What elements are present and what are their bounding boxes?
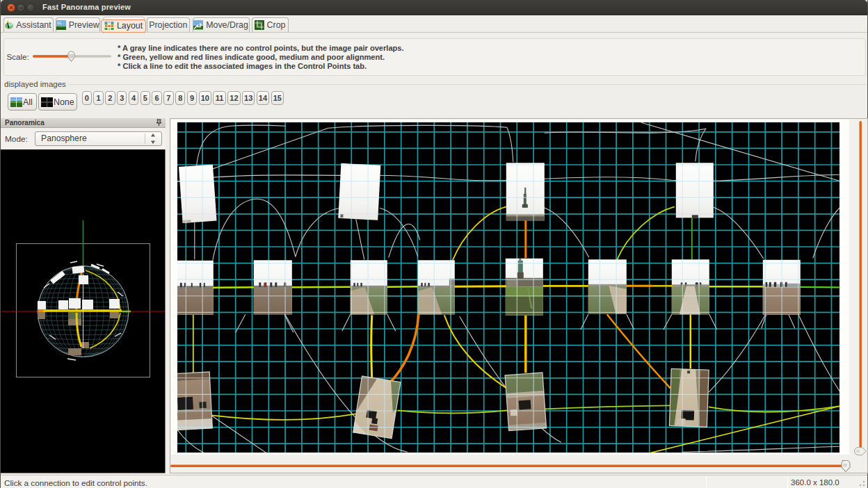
svg-text:GL: GL [57,21,62,25]
